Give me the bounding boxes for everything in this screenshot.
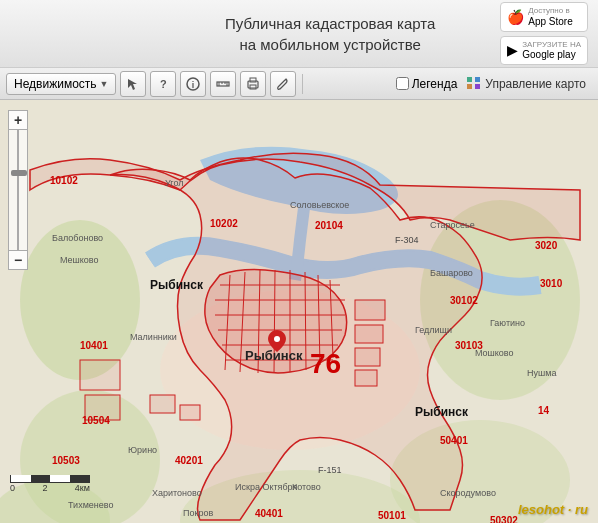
- scale-seg-1: [11, 475, 31, 482]
- measure-tool[interactable]: [210, 71, 236, 97]
- svg-rect-35: [355, 300, 385, 320]
- dropdown-label: Недвижимость: [14, 77, 97, 91]
- svg-point-12: [20, 220, 140, 380]
- svg-rect-36: [355, 325, 383, 343]
- scale-label-0: 0: [10, 483, 15, 493]
- svg-rect-34: [180, 405, 200, 420]
- appstore-label: App Store: [528, 16, 572, 27]
- load-label: ЗАГРУЗИТЕ НА: [522, 40, 581, 50]
- zoom-out-button[interactable]: −: [8, 250, 28, 270]
- manage-label: Управление карто: [485, 77, 586, 91]
- wrench-icon: [276, 77, 290, 91]
- legend-checkbox[interactable]: [396, 77, 409, 90]
- zoom-in-button[interactable]: +: [8, 110, 28, 130]
- cursor-icon: [126, 77, 140, 91]
- svg-rect-37: [355, 348, 380, 366]
- svg-rect-38: [355, 370, 377, 386]
- svg-rect-39: [80, 360, 120, 390]
- app-badges: 🍎 Доступно в App Store ▶ ЗАГРУЗИТЕ НА Go…: [500, 2, 588, 65]
- map-svg: [0, 100, 598, 523]
- googleplay-text: ЗАГРУЗИТЕ НА Google play: [522, 40, 581, 62]
- header-title: Публичная кадастровая карта на мобильном…: [160, 13, 500, 55]
- scale-labels: 0 2 4км: [10, 483, 90, 493]
- scale-bar: 0 2 4км: [10, 475, 90, 493]
- googleplay-label: Google play: [522, 49, 575, 60]
- question-icon: ?: [160, 78, 167, 90]
- zoom-controls: + −: [8, 110, 28, 270]
- map-container[interactable]: 1010210202201043010230103104011050410503…: [0, 100, 598, 523]
- ruler-icon: [216, 77, 230, 91]
- scale-seg-3: [50, 475, 70, 482]
- legend-control: Легенда: [396, 77, 458, 91]
- title-line2: на мобильном устройстве: [160, 34, 500, 55]
- scale-ruler: [10, 475, 90, 483]
- svg-point-41: [274, 336, 280, 342]
- scale-label-4km: 4км: [75, 483, 90, 493]
- manage-grid-icon: [467, 77, 481, 91]
- dropdown-arrow-icon: ▼: [100, 79, 109, 89]
- scale-seg-4: [70, 475, 90, 482]
- appstore-text: Доступно в App Store: [528, 6, 572, 28]
- toolbar-separator: [302, 74, 303, 94]
- info-icon: i: [186, 77, 200, 91]
- svg-rect-40: [85, 395, 120, 420]
- scale-seg-2: [31, 475, 51, 482]
- zoom-slider[interactable]: [8, 130, 28, 250]
- region-number-large: 76: [310, 348, 341, 380]
- header: Публичная кадастровая карта на мобильном…: [0, 0, 598, 68]
- title-line1: Публичная кадастровая карта: [160, 13, 500, 34]
- svg-rect-33: [150, 395, 175, 413]
- svg-text:i: i: [192, 80, 195, 90]
- location-pin: [268, 330, 286, 352]
- cursor-tool[interactable]: [120, 71, 146, 97]
- googleplay-badge[interactable]: ▶ ЗАГРУЗИТЕ НА Google play: [500, 36, 588, 66]
- apple-icon: 🍎: [507, 9, 524, 25]
- manage-map-button[interactable]: Управление карто: [461, 75, 592, 93]
- zoom-track: [17, 130, 19, 250]
- toolbar: Недвижимость ▼ ? i: [0, 68, 598, 100]
- watermark: lesohot · ru: [518, 502, 588, 517]
- svg-marker-0: [128, 79, 137, 90]
- appstore-badge[interactable]: 🍎 Доступно в App Store: [500, 2, 588, 32]
- play-icon: ▶: [507, 42, 518, 58]
- wrench-tool[interactable]: [270, 71, 296, 97]
- print-tool[interactable]: [240, 71, 266, 97]
- print-icon: [246, 77, 260, 91]
- legend-label: Легенда: [412, 77, 458, 91]
- zoom-handle[interactable]: [11, 170, 27, 176]
- question-tool[interactable]: ?: [150, 71, 176, 97]
- available-label: Доступно в: [528, 6, 572, 16]
- scale-label-2: 2: [42, 483, 47, 493]
- property-dropdown[interactable]: Недвижимость ▼: [6, 73, 116, 95]
- info-tool[interactable]: i: [180, 71, 206, 97]
